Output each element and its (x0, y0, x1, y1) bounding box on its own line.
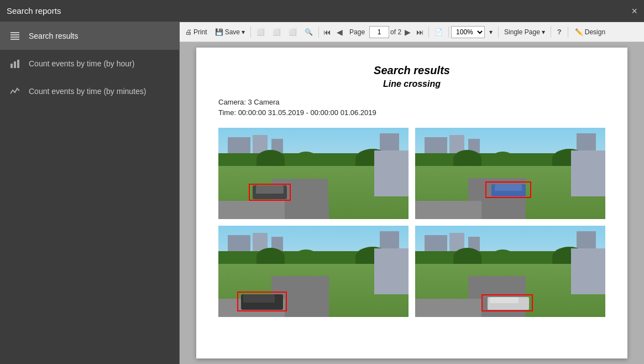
search-button[interactable]: 🔍 (301, 27, 316, 38)
view-mode-arrow: ▾ (542, 28, 545, 36)
report-subtitle: Line crossing (218, 79, 605, 89)
first-page-button[interactable]: ⏮ (321, 26, 333, 38)
report-title: Search results (218, 64, 605, 77)
page-of-text: of 2 (390, 28, 401, 36)
next-page-button[interactable]: ▶ (402, 26, 413, 38)
design-icon: ✏️ (575, 28, 583, 36)
svg-rect-5 (14, 61, 16, 68)
fit-page-button[interactable]: ⬜ (269, 27, 284, 38)
svg-rect-4 (11, 64, 13, 68)
main-layout: Search results Count events by time (by … (0, 22, 644, 364)
separator5 (498, 27, 499, 38)
view-mode-button[interactable]: Single Page ▾ (501, 27, 548, 38)
sidebar-item-count-by-hour[interactable]: Count events by time (by hour) (0, 50, 179, 77)
bar-chart-icon (9, 58, 21, 70)
cam-view-2 (415, 128, 605, 219)
fit-two-icon: ⬜ (289, 28, 297, 36)
svg-rect-2 (11, 37, 19, 38)
cam-view-3 (218, 226, 409, 317)
fit-page-icon: ⬜ (273, 28, 281, 36)
close-button[interactable]: × (631, 6, 637, 16)
fit-width-button[interactable]: ⬜ (253, 27, 268, 38)
wave-chart-icon (9, 85, 21, 97)
report-image-4 (415, 226, 605, 317)
detection-box-4 (481, 294, 533, 311)
report-image-grid (218, 128, 605, 317)
detection-box-1 (249, 184, 291, 201)
zoom-select[interactable]: 100% 75% 50% 125% (451, 26, 485, 38)
sidebar-item-count-by-minutes[interactable]: Count events by time (by minutes) (0, 77, 179, 105)
sidebar-item-label: Search results (29, 32, 78, 40)
single-page-view-button[interactable]: 📄 (431, 27, 446, 38)
save-button[interactable]: 💾 Save ▾ (212, 27, 248, 38)
print-button[interactable]: 🖨 Print (182, 27, 211, 38)
printer-icon: 🖨 (185, 28, 192, 36)
list-icon (9, 30, 21, 42)
report-toolbar: 🖨 Print 💾 Save ▾ ⬜ ⬜ ⬜ 🔍 ⏮ ◀ (180, 22, 644, 42)
report-image-3 (218, 226, 409, 317)
fit-two-page-button[interactable]: ⬜ (285, 27, 300, 38)
separator6 (551, 27, 551, 38)
page-label: Page (346, 27, 368, 38)
save-dropdown-arrow: ▾ (242, 28, 245, 36)
single-page-icon: 📄 (434, 28, 443, 36)
svg-rect-6 (17, 60, 19, 68)
separator3 (428, 27, 429, 38)
separator7 (568, 27, 568, 38)
report-image-1 (218, 128, 409, 219)
svg-rect-3 (11, 39, 19, 40)
search-icon: 🔍 (305, 28, 313, 36)
detection-box-3 (237, 292, 286, 311)
view-mode-label: Single Page (504, 28, 540, 36)
sidebar-item-label: Count events by time (by hour) (29, 59, 134, 68)
cam-view-4 (415, 226, 605, 317)
report-area: 🖨 Print 💾 Save ▾ ⬜ ⬜ ⬜ 🔍 ⏮ ◀ (180, 22, 644, 364)
design-button[interactable]: ✏️ Design (570, 27, 610, 38)
separator1 (250, 27, 251, 38)
title-bar: Search reports × (0, 0, 644, 22)
report-page: Search results Line crossing Camera: 3 C… (196, 48, 627, 358)
sidebar-item-label: Count events by time (by minutes) (29, 87, 146, 96)
fit-width-icon: ⬜ (256, 28, 265, 36)
svg-rect-1 (11, 34, 19, 35)
sidebar: Search results Count events by time (by … (0, 22, 180, 364)
save-icon: 💾 (215, 28, 223, 36)
cam-view-1 (218, 128, 409, 219)
last-page-button[interactable]: ⏭ (414, 26, 426, 38)
camera-info: Camera: 3 Camera (218, 98, 605, 106)
sidebar-item-search-results[interactable]: Search results (0, 22, 179, 50)
detection-box-2 (485, 181, 531, 198)
window-title: Search reports (7, 6, 61, 15)
zoom-dropdown-button[interactable]: ▾ (486, 27, 496, 38)
separator4 (448, 27, 449, 38)
page-number-input[interactable] (369, 26, 389, 38)
svg-rect-0 (11, 32, 19, 33)
report-content[interactable]: Search results Line crossing Camera: 3 C… (180, 42, 644, 364)
prev-page-button[interactable]: ◀ (334, 26, 345, 38)
time-info: Time: 00:00:00 31.05.2019 - 00:00:00 01.… (218, 108, 605, 117)
report-image-2 (415, 128, 605, 219)
help-button[interactable]: ? (553, 26, 566, 38)
separator2 (318, 27, 319, 38)
